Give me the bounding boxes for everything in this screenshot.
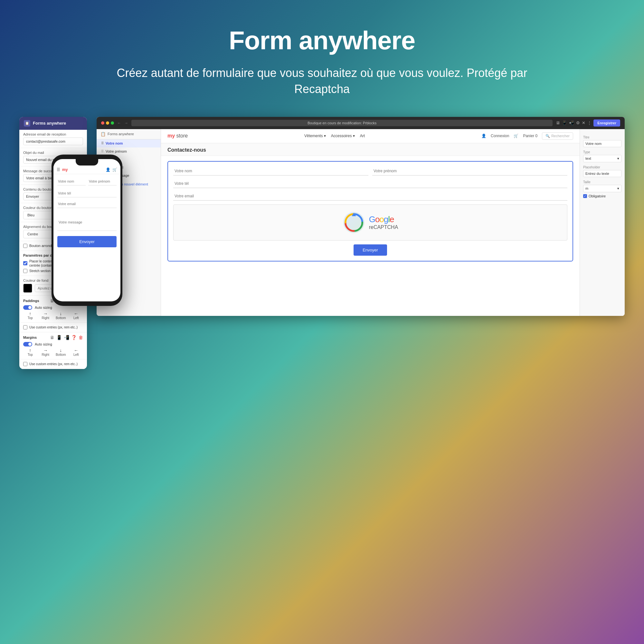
form-prenom-field[interactable]	[372, 167, 567, 175]
auto-sizing-label: Auto sizing	[35, 306, 52, 309]
phone-nav-bar: ☰ my 👤 🛒	[53, 166, 120, 174]
form-row-1	[173, 167, 567, 175]
grid-nom-icon: ⠿	[101, 141, 104, 146]
size-dropdown-icon: ▾	[617, 186, 619, 191]
grid-icon[interactable]: ⋮	[587, 120, 592, 125]
margins-help-icon[interactable]: ❓	[71, 335, 77, 340]
bottom-label: Bottom	[56, 316, 66, 320]
header-section: Form anywhere Créez autant de formulaire…	[0, 0, 644, 110]
custom-entries-2-checkbox[interactable]	[23, 362, 27, 366]
placeholder-prop-value[interactable]: Entrez du texte	[583, 170, 621, 177]
right-label: Right	[42, 316, 49, 320]
margin-right-arrow-icon: →	[43, 348, 48, 353]
nav-link-vetements[interactable]: Vêtements ▾	[304, 134, 326, 138]
shop-logo: my store	[167, 133, 188, 139]
tablet-view-icon[interactable]: 📱	[562, 120, 567, 125]
recaptcha-label: reCAPTCHA	[369, 224, 398, 230]
nav-forward-icon[interactable]: →	[124, 121, 128, 125]
rounded-checkbox[interactable]	[23, 244, 27, 248]
phone-mockup: ☰ my 👤 🛒 Envoyer	[52, 155, 122, 306]
phone-email-field[interactable]	[57, 200, 117, 208]
search-placeholder: Rechercher	[551, 134, 570, 138]
close-browser-icon[interactable]: ✕	[582, 120, 585, 125]
margins-auto-sizing-dot[interactable]	[23, 342, 32, 346]
margins-desktop-icon[interactable]: 🖥	[50, 335, 54, 340]
title-prop-label: Titre	[583, 136, 621, 139]
phone-nom-field[interactable]	[57, 177, 86, 185]
save-button[interactable]: Enregistrer	[593, 119, 620, 127]
grid-prenom-icon: ⠿	[101, 149, 104, 154]
phone-prenom-field[interactable]	[88, 177, 117, 185]
shop-nav-links: Vêtements ▾ Accessoires ▾ Art	[304, 134, 365, 138]
phone-logo: my	[62, 167, 68, 172]
close-window-icon[interactable]	[101, 121, 104, 125]
property-panel: Titre Votre nom Type text ▾ Placeholder …	[580, 129, 625, 316]
paddings-label: Paddings	[23, 299, 48, 303]
margins-mobile-icon[interactable]: 📲	[64, 335, 69, 340]
maximize-window-icon[interactable]	[111, 121, 114, 125]
mobile-view-icon[interactable]: 📲	[569, 120, 574, 125]
phone-screen: ☰ my 👤 🛒 Envoyer	[53, 159, 120, 301]
top-arrow-icon: ↑	[29, 311, 31, 316]
shop-sidebar-header: 📋 Forms anywhere	[97, 129, 161, 139]
search-bar[interactable]: 🔍 Rechercher	[542, 132, 573, 140]
type-dropdown-icon: ▾	[617, 156, 619, 161]
phone-tel-field[interactable]	[57, 189, 117, 197]
minimize-window-icon[interactable]	[106, 121, 109, 125]
recaptcha-icon	[343, 211, 365, 234]
margin-bottom: ↓ Bottom	[54, 348, 68, 356]
margin-bottom-arrow-icon: ↓	[60, 348, 62, 353]
sidebar-item-nom[interactable]: ⠿ Votre nom	[97, 139, 161, 147]
stretch-checkbox[interactable]	[23, 269, 27, 273]
sidebar-forms-icon: 📋	[100, 132, 106, 137]
required-checkbox[interactable]: ✓	[583, 194, 587, 198]
size-prop-value: m	[585, 186, 588, 190]
nav-link-art[interactable]: Art	[360, 134, 365, 138]
custom-entries-1-label: Use custom entries (px, rem etc..)	[29, 326, 78, 329]
browser-url-bar[interactable]: Boutique en cours de modification: Prblo…	[131, 120, 553, 126]
type-prop-select[interactable]: text ▾	[583, 155, 621, 162]
shop-nav: my store Vêtements ▾ Accessoires ▾ Art 👤…	[161, 129, 580, 143]
email-input[interactable]	[23, 137, 83, 145]
size-prop-select[interactable]: m ▾	[583, 185, 621, 192]
container-checkbox[interactable]	[23, 261, 27, 265]
margins-delete-icon[interactable]: 🗑	[79, 335, 83, 340]
margin-left-label: Left	[73, 353, 79, 356]
form-tel-field[interactable]	[173, 179, 567, 188]
devices-icon[interactable]: 🖥	[556, 120, 560, 125]
form-submit-button[interactable]: Envoyer	[354, 244, 387, 256]
recaptcha-text-area: Google reCAPTCHA	[369, 214, 398, 230]
nav-link-accessoires[interactable]: Accessoires ▾	[331, 134, 355, 138]
margins-tablet-icon[interactable]: 📱	[56, 335, 62, 340]
email-section: Adresse email de reception	[19, 130, 87, 148]
shop-form-area: Google reCAPTCHA Envoyer	[161, 156, 580, 267]
custom-entries-1-checkbox[interactable]	[23, 325, 27, 329]
margins-section: Margins 🖥 📱 📲 ❓ 🗑 Auto sizing ↑ Top → Ri…	[19, 332, 87, 359]
shop-main: my store Vêtements ▾ Accessoires ▾ Art 👤…	[161, 129, 580, 316]
phone-submit-button[interactable]: Envoyer	[57, 236, 117, 247]
auto-sizing-dot[interactable]	[23, 305, 32, 310]
placeholder-prop-label: Placeholder	[583, 166, 621, 169]
margin-right: → Right	[39, 348, 53, 356]
type-prop-label: Type	[583, 150, 621, 154]
form-nom-field[interactable]	[173, 167, 368, 175]
connexion-link[interactable]: Connexion	[491, 134, 509, 138]
phone-message-field-wrapper	[57, 211, 117, 231]
phone-person-icon[interactable]: 👤	[106, 167, 110, 172]
phone-hamburger-icon[interactable]: ☰	[57, 167, 60, 172]
title-prop-value[interactable]: Votre nom	[583, 140, 621, 147]
phone-notch	[76, 159, 98, 166]
nav-back-icon[interactable]: ←	[117, 121, 121, 125]
subject-label: Objet du mail	[23, 151, 83, 155]
custom-entries-1-section: Use custom entries (px, rem etc..)	[19, 323, 87, 332]
form-submit-area: Envoyer	[173, 244, 567, 256]
settings-icon[interactable]: ⚙	[576, 120, 580, 125]
padding-right: → Right	[39, 311, 53, 320]
margins-direction-grid: ↑ Top → Right ↓ Bottom ← Left	[23, 348, 83, 356]
form-email-field[interactable]	[173, 192, 567, 201]
phone-message-field[interactable]	[58, 218, 116, 226]
color-swatch[interactable]	[23, 284, 32, 293]
phone-cart-icon[interactable]: 🛒	[112, 167, 117, 172]
margin-top: ↑ Top	[23, 348, 37, 356]
shop-editor: 📋 Forms anywhere ⠿ Votre nom ⠿ Votre pré…	[97, 129, 625, 316]
